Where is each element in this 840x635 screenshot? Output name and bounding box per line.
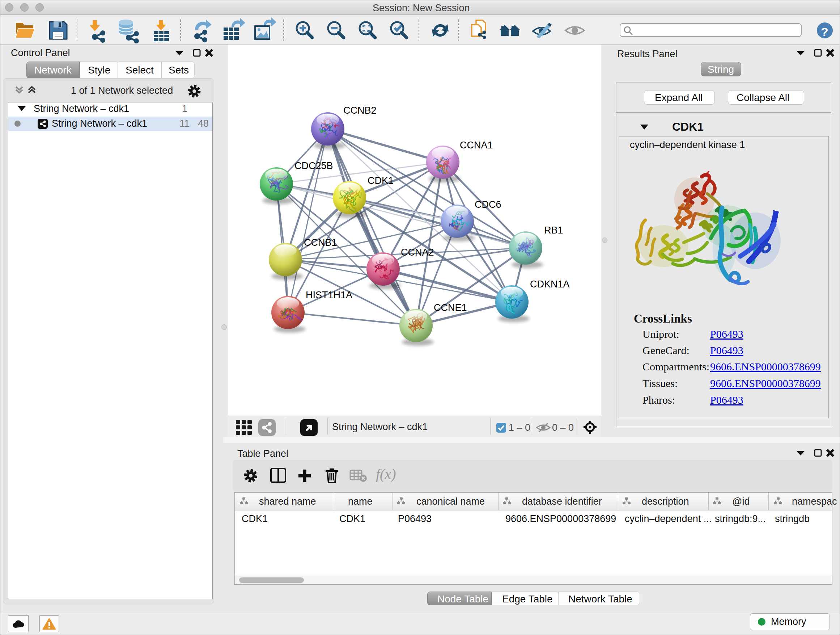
svg-text:CCNB1: CCNB1 [304, 237, 337, 248]
svg-text:CCNA1: CCNA1 [460, 140, 493, 150]
svg-text:CCNE1: CCNE1 [434, 302, 467, 313]
svg-text:CDC6: CDC6 [475, 199, 501, 210]
svg-text:CCNB2: CCNB2 [343, 105, 377, 116]
svg-text:CCNA2: CCNA2 [401, 247, 434, 258]
svg-text:HIST1H1A: HIST1H1A [306, 290, 352, 301]
svg-text:CDKN1A: CDKN1A [530, 279, 570, 290]
svg-text:CDK1: CDK1 [368, 175, 393, 186]
svg-text:RB1: RB1 [544, 225, 563, 236]
svg-text:CDC25B: CDC25B [294, 160, 333, 171]
